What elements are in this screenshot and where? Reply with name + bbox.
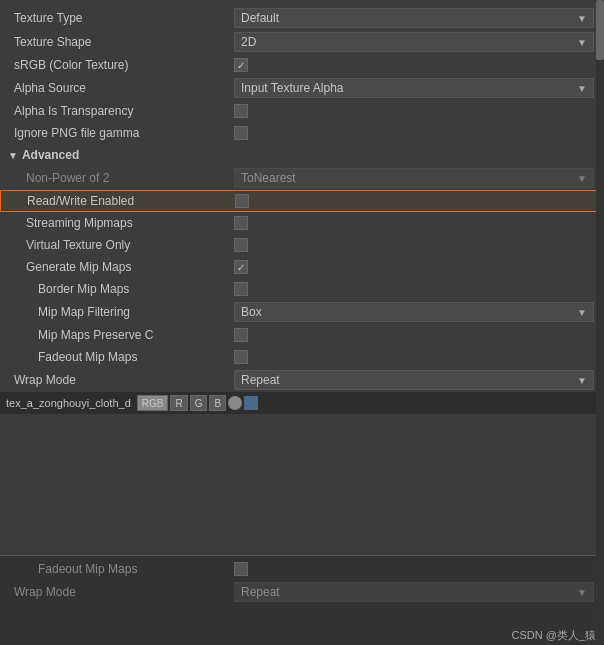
chevron-down-icon: ▼ [577,587,587,598]
wrap-mode-bottom-value: Repeat ▼ [234,582,594,602]
alpha-source-label: Alpha Source [14,81,234,95]
advanced-label: Advanced [22,148,79,162]
texture-shape-dropdown[interactable]: 2D ▼ [234,32,594,52]
srgb-value [234,58,594,72]
bottom-overlay: Fadeout Mip Maps Wrap Mode Repeat ▼ CSDN… [0,555,604,645]
wrap-mode-dropdown[interactable]: Repeat ▼ [234,370,594,390]
texture-type-dropdown[interactable]: Default ▼ [234,8,594,28]
virtual-texture-label: Virtual Texture Only [14,238,234,252]
border-mip-maps-label: Border Mip Maps [14,282,234,296]
fadeout-mip-maps-bottom-label: Fadeout Mip Maps [14,562,234,576]
streaming-mipmaps-value [234,216,594,230]
generate-mip-maps-checkbox[interactable] [234,260,248,274]
texture-shape-value: 2D ▼ [234,32,594,52]
mip-maps-preserve-row: Mip Maps Preserve C [0,324,604,346]
mip-map-filtering-dropdown[interactable]: Box ▼ [234,302,594,322]
wrap-mode-value: Repeat ▼ [234,370,594,390]
chevron-down-icon: ▼ [577,307,587,318]
fadeout-mip-maps-row: Fadeout Mip Maps [0,346,604,368]
streaming-mipmaps-label: Streaming Mipmaps [14,216,234,230]
bottom-rows: Fadeout Mip Maps Wrap Mode Repeat ▼ [0,556,604,606]
ignore-png-row: Ignore PNG file gamma [0,122,604,144]
channel-b-button[interactable]: B [209,395,226,411]
generate-mip-maps-row: Generate Mip Maps [0,256,604,278]
texture-shape-label: Texture Shape [14,35,234,49]
texture-shape-row: Texture Shape 2D ▼ [0,30,604,54]
srgb-row: sRGB (Color Texture) [0,54,604,76]
fadeout-mip-maps-value [234,350,594,364]
scrollbar[interactable] [596,0,604,645]
generate-mip-maps-label: Generate Mip Maps [14,260,234,274]
alpha-source-value: Input Texture Alpha ▼ [234,78,594,98]
read-write-value [235,194,593,208]
alpha-source-dropdown[interactable]: Input Texture Alpha ▼ [234,78,594,98]
chevron-down-icon: ▼ [577,83,587,94]
fadeout-mip-maps-label: Fadeout Mip Maps [14,350,234,364]
channel-g-button[interactable]: G [190,395,208,411]
read-write-label: Read/Write Enabled [15,194,235,208]
streaming-mipmaps-row: Streaming Mipmaps [0,212,604,234]
main-content: Texture Type Default ▼ Texture Shape 2D … [0,0,604,420]
alpha-transparency-label: Alpha Is Transparency [14,104,234,118]
wrap-mode-row: Wrap Mode Repeat ▼ [0,368,604,392]
alpha-transparency-row: Alpha Is Transparency [0,100,604,122]
ignore-png-value [234,126,594,140]
alpha-transparency-value [234,104,594,118]
mip-maps-preserve-checkbox[interactable] [234,328,248,342]
preview-icon [228,396,242,410]
srgb-label: sRGB (Color Texture) [14,58,234,72]
virtual-texture-checkbox[interactable] [234,238,248,252]
bottom-file-bar: tex_a_zonghouyi_cloth_d RGB R G B [0,392,604,414]
border-mip-maps-checkbox[interactable] [234,282,248,296]
file-name-label: tex_a_zonghouyi_cloth_d [6,397,131,409]
wrap-mode-bottom-row: Wrap Mode Repeat ▼ [0,580,604,604]
channel-r-button[interactable]: R [170,395,187,411]
alpha-preview-button[interactable] [244,396,258,410]
advanced-section-header[interactable]: ▼ Advanced [0,144,604,166]
border-mip-maps-row: Border Mip Maps [0,278,604,300]
fadeout-mip-maps-bottom-checkbox[interactable] [234,562,248,576]
non-power-value: ToNearest ▼ [234,168,594,188]
ignore-png-label: Ignore PNG file gamma [14,126,234,140]
virtual-texture-value [234,238,594,252]
watermark-text: CSDN @类人_猿 [511,628,596,643]
scrollbar-thumb[interactable] [596,0,604,60]
chevron-down-icon: ▼ [577,375,587,386]
texture-type-label: Texture Type [14,11,234,25]
generate-mip-maps-value [234,260,594,274]
alpha-transparency-checkbox[interactable] [234,104,248,118]
fadeout-mip-maps-checkbox[interactable] [234,350,248,364]
channel-rgb-button[interactable]: RGB [137,395,169,411]
chevron-down-icon: ▼ [577,173,587,184]
chevron-down-icon: ▼ [577,37,587,48]
border-mip-maps-value [234,282,594,296]
wrap-mode-bottom-label: Wrap Mode [14,585,234,599]
wrap-mode-bottom-dropdown[interactable]: Repeat ▼ [234,582,594,602]
triangle-icon: ▼ [8,150,18,161]
channel-buttons: RGB R G B [137,395,258,411]
texture-type-row: Texture Type Default ▼ [0,6,604,30]
non-power-row: Non-Power of 2 ToNearest ▼ [0,166,604,190]
read-write-row: Read/Write Enabled [0,190,604,212]
mip-maps-preserve-label: Mip Maps Preserve C [14,328,234,342]
read-write-checkbox[interactable] [235,194,249,208]
mip-maps-preserve-value [234,328,594,342]
mip-map-filtering-row: Mip Map Filtering Box ▼ [0,300,604,324]
virtual-texture-row: Virtual Texture Only [0,234,604,256]
mip-map-filtering-label: Mip Map Filtering [14,305,234,319]
fadeout-mip-maps-bottom-row: Fadeout Mip Maps [0,558,604,580]
mip-map-filtering-value: Box ▼ [234,302,594,322]
non-power-dropdown[interactable]: ToNearest ▼ [234,168,594,188]
wrap-mode-label: Wrap Mode [14,373,234,387]
texture-settings-panel: Texture Type Default ▼ Texture Shape 2D … [0,0,604,645]
srgb-checkbox[interactable] [234,58,248,72]
alpha-source-row: Alpha Source Input Texture Alpha ▼ [0,76,604,100]
fadeout-mip-maps-bottom-value [234,562,594,576]
non-power-label: Non-Power of 2 [14,171,234,185]
chevron-down-icon: ▼ [577,13,587,24]
ignore-png-checkbox[interactable] [234,126,248,140]
streaming-mipmaps-checkbox[interactable] [234,216,248,230]
texture-type-value: Default ▼ [234,8,594,28]
